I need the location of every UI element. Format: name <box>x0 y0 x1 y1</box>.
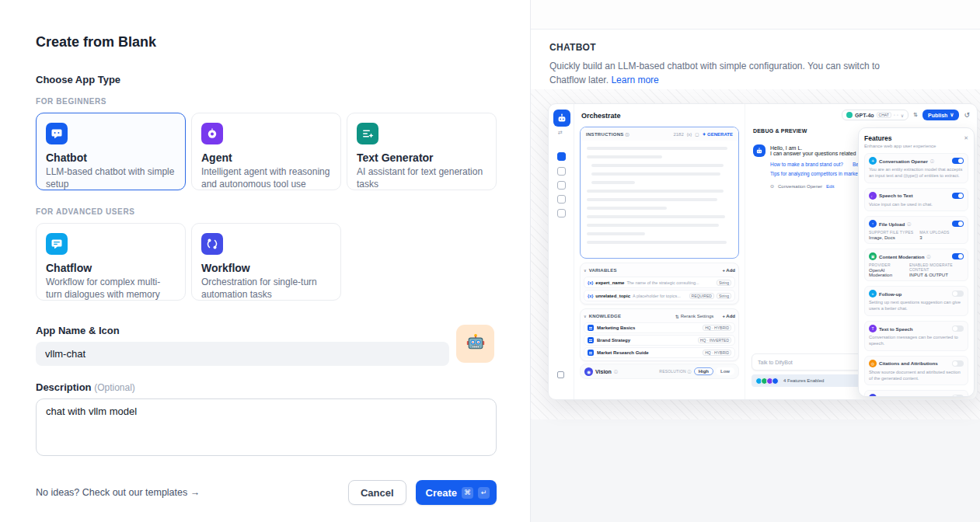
resolution-high-option: High <box>694 367 713 375</box>
app-type-card-chatflow[interactable]: Chatflow Workflow for complex multi-turn… <box>36 223 186 301</box>
app-type-info-panel: CHATBOT Quickly build an LLM-based chatb… <box>531 0 980 522</box>
info-icon: ⓘ <box>926 254 930 259</box>
info-icon: ⓘ <box>687 369 691 374</box>
feature-item: ◎ Citations and Attributions Show source… <box>864 356 968 386</box>
conversation-opener-icon: ✳ <box>869 157 877 165</box>
create-button[interactable]: Create ⌘ ↵ <box>416 480 497 505</box>
document-icon <box>588 337 594 343</box>
card-description: Orchestration for single-turn automation… <box>201 277 331 301</box>
toggle-on <box>952 221 964 227</box>
feature-item: ↑ File Upload ⓘ SUPPORT FILE TYPES Image… <box>864 216 968 244</box>
page-title: Create from Blank <box>36 34 494 50</box>
card-title: Workflow <box>201 262 331 274</box>
speech-to-text-icon: ♩ <box>869 192 877 200</box>
for-advanced-users-label: FOR ADVANCED USERS <box>36 207 494 216</box>
card-title: Chatflow <box>46 262 176 274</box>
variable-row: {x} unrelated_topic A placeholder for to… <box>584 290 735 301</box>
add-variable-button: + Add <box>722 268 735 273</box>
app-name-input[interactable] <box>36 342 449 366</box>
learn-more-link[interactable]: Learn more <box>611 75 658 85</box>
preview-nav-icon-4 <box>557 195 566 204</box>
toggle-off <box>952 291 964 297</box>
toggle-on <box>952 193 964 199</box>
description-textarea[interactable]: chat with vllm model <box>36 398 497 456</box>
chatbot-description: Quickly build an LLM-based chatbot with … <box>549 59 885 87</box>
preview-bottom-icon <box>557 371 564 378</box>
chatbot-icon <box>46 123 68 144</box>
resolution-low-option: Low <box>716 367 734 375</box>
toggle-on <box>952 253 964 259</box>
description-label: Description <box>36 381 92 393</box>
file-upload-icon: ↑ <box>869 220 877 228</box>
toggle-off <box>952 360 964 367</box>
card-title: Agent <box>201 151 331 164</box>
for-beginners-label: FOR BEGINNERS <box>36 97 494 106</box>
feature-item: T Text to Speech Conversation messages c… <box>864 321 968 351</box>
type-tag: String <box>717 293 731 299</box>
orchestrate-title: Orchestrate <box>581 112 621 120</box>
enter-key-icon: ↵ <box>478 487 490 499</box>
beginner-cards: Chatbot LLM-based chatbot with simple se… <box>36 113 494 190</box>
generate-label: GENERATE <box>707 132 733 137</box>
choose-app-type-label: Choose App Type <box>36 74 494 85</box>
features-title: Features <box>864 134 891 142</box>
toggle-off <box>952 325 964 332</box>
info-icon: ⓘ <box>614 369 618 374</box>
feature-item: ▣ Content Moderation ⓘ PROVIDER OpenAI M… <box>864 249 968 281</box>
instructions-title: INSTRUCTIONS <box>586 132 624 137</box>
workflow-icon <box>201 233 223 255</box>
knowledge-panel: ∨ KNOWLEDGE ⇅ Rerank Settings + Add Mark… <box>580 308 739 361</box>
variable-row: {x} expert_name The name of the strategi… <box>584 277 735 288</box>
card-description: LLM-based chatbot with simple setup <box>46 166 176 191</box>
app-type-card-chatbot[interactable]: Chatbot LLM-based chatbot with simple se… <box>36 113 186 190</box>
app-type-card-agent[interactable]: Agent Intelligent agent with reasoning a… <box>191 113 341 190</box>
close-icon: ✕ <box>964 135 968 141</box>
rerank-settings: ⇅ Rerank Settings <box>675 314 714 319</box>
variable-token-icon: {x} <box>588 294 593 298</box>
chevron-down-icon: ∨ <box>584 314 587 318</box>
templates-link[interactable]: No ideas? Check out our templates → <box>36 487 200 498</box>
feature-dot-icon <box>772 378 779 385</box>
app-name-block: App Name & Icon <box>36 325 494 366</box>
app-icon-picker-button[interactable] <box>456 325 494 363</box>
content-moderation-icon: ▣ <box>869 252 877 260</box>
variables-title: VARIABLES <box>589 268 617 273</box>
info-icon: ⓘ <box>907 221 911 226</box>
preview-nav-icon-3 <box>557 181 566 190</box>
app-type-card-workflow[interactable]: Workflow Orchestration for single-turn a… <box>191 223 341 301</box>
add-knowledge-button: + Add <box>722 314 735 318</box>
create-from-blank-panel: Create from Blank Choose App Type FOR BE… <box>0 0 531 522</box>
knowledge-row: Market Research Guide HQ · HYBRID <box>584 347 735 358</box>
description-block: Description (Optional) chat with vllm mo… <box>36 381 494 459</box>
chatflow-icon <box>46 233 68 255</box>
app-avatar-icon <box>553 110 570 127</box>
preview-sidebar: ⇄ <box>549 104 574 399</box>
chevron-down-icon: ∨ <box>584 268 587 273</box>
robot-emoji-icon <box>465 332 487 356</box>
feature-item: » Follow-up Setting up next questions su… <box>864 286 968 316</box>
text-generator-icon <box>357 123 378 144</box>
feature-item: ✎ Annotation Reply <box>864 390 968 397</box>
copy-icon: ▢ <box>695 132 699 137</box>
preview-nav-icon-2 <box>557 167 566 176</box>
toggle-on <box>952 158 964 164</box>
card-description: AI assistant for text generation tasks <box>357 166 487 191</box>
advanced-cards: Chatflow Workflow for complex multi-turn… <box>36 223 494 301</box>
card-description: Workflow for complex multi-turn dialogue… <box>46 277 176 301</box>
type-tag: String <box>717 280 731 286</box>
optional-label: (Optional) <box>94 382 135 393</box>
feature-item: ✳ Conversation Opener ⓘ You are an entit… <box>864 153 968 183</box>
index-mode-tag: HQ · HYBRID <box>703 325 731 331</box>
card-title: Text Generator <box>357 151 487 164</box>
footer: No ideas? Check out our templates → Canc… <box>36 480 497 505</box>
knowledge-title: KNOWLEDGE <box>589 314 621 318</box>
features-panel: Features ✕ Enhance web app user experien… <box>858 127 975 397</box>
instructions-placeholder-lines <box>581 141 738 250</box>
app-type-card-text-generator[interactable]: Text Generator AI assistant for text gen… <box>347 113 497 190</box>
knowledge-row: Brand Strategy HQ · INVERTED <box>584 335 735 346</box>
annotation-reply-icon: ✎ <box>869 394 877 397</box>
cancel-button[interactable]: Cancel <box>348 480 406 505</box>
variable-icon: {x} <box>687 132 692 137</box>
required-tag: REQUIRED <box>689 293 714 299</box>
feature-item: ♩ Speech to Text Voice input can be used… <box>864 188 968 212</box>
